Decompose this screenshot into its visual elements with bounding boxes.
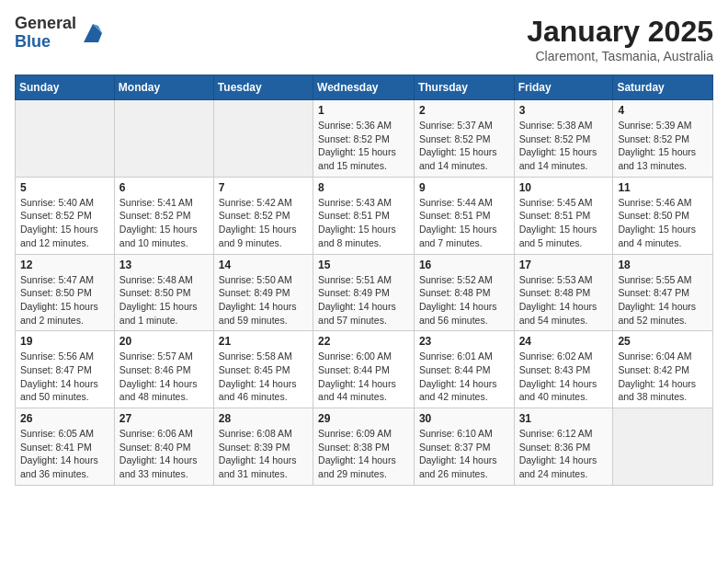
day-number: 21 — [219, 335, 308, 348]
calendar-week-2: 5Sunrise: 5:40 AMSunset: 8:52 PMDaylight… — [16, 177, 713, 254]
day-info: Sunrise: 5:47 AMSunset: 8:50 PMDaylight:… — [20, 273, 109, 327]
day-number: 23 — [419, 335, 509, 348]
calendar-cell: 28Sunrise: 6:08 AMSunset: 8:39 PMDayligh… — [213, 408, 313, 486]
day-info: Sunrise: 5:36 AMSunset: 8:52 PMDaylight:… — [318, 119, 409, 173]
day-number: 28 — [219, 412, 308, 425]
day-number: 29 — [318, 412, 409, 425]
page-header: General Blue January 2025 Claremont, Tas… — [15, 15, 713, 63]
day-info: Sunrise: 6:06 AMSunset: 8:40 PMDaylight:… — [119, 427, 209, 481]
day-info: Sunrise: 5:43 AMSunset: 8:51 PMDaylight:… — [318, 196, 409, 250]
day-number: 22 — [318, 335, 409, 348]
day-info: Sunrise: 5:57 AMSunset: 8:46 PMDaylight:… — [119, 350, 209, 404]
calendar-cell: 17Sunrise: 5:53 AMSunset: 8:48 PMDayligh… — [514, 254, 613, 331]
calendar-week-4: 19Sunrise: 5:56 AMSunset: 8:47 PMDayligh… — [16, 331, 713, 408]
calendar-cell: 5Sunrise: 5:40 AMSunset: 8:52 PMDaylight… — [16, 177, 115, 254]
calendar-body: 1Sunrise: 5:36 AMSunset: 8:52 PMDaylight… — [16, 100, 713, 486]
calendar-cell: 2Sunrise: 5:37 AMSunset: 8:52 PMDaylight… — [414, 100, 514, 178]
day-number: 6 — [119, 181, 209, 194]
calendar-week-5: 26Sunrise: 6:05 AMSunset: 8:41 PMDayligh… — [16, 408, 713, 486]
day-number: 19 — [20, 335, 109, 348]
col-tuesday: Tuesday — [213, 75, 313, 100]
day-number: 7 — [219, 181, 308, 194]
calendar-cell: 11Sunrise: 5:46 AMSunset: 8:50 PMDayligh… — [613, 177, 713, 254]
day-number: 20 — [119, 335, 209, 348]
day-info: Sunrise: 5:56 AMSunset: 8:47 PMDaylight:… — [20, 350, 109, 404]
col-sunday: Sunday — [16, 75, 115, 100]
calendar-cell: 21Sunrise: 5:58 AMSunset: 8:45 PMDayligh… — [213, 331, 313, 408]
day-number: 3 — [519, 104, 609, 117]
calendar-cell: 9Sunrise: 5:44 AMSunset: 8:51 PMDaylight… — [414, 177, 514, 254]
calendar-cell: 20Sunrise: 5:57 AMSunset: 8:46 PMDayligh… — [114, 331, 213, 408]
logo: General Blue — [15, 15, 106, 52]
day-info: Sunrise: 6:01 AMSunset: 8:44 PMDaylight:… — [419, 350, 509, 404]
day-info: Sunrise: 5:58 AMSunset: 8:45 PMDaylight:… — [219, 350, 308, 404]
day-info: Sunrise: 5:51 AMSunset: 8:49 PMDaylight:… — [318, 273, 409, 327]
day-info: Sunrise: 5:38 AMSunset: 8:52 PMDaylight:… — [519, 119, 609, 173]
day-info: Sunrise: 5:40 AMSunset: 8:52 PMDaylight:… — [20, 196, 109, 250]
logo-text: General Blue — [15, 15, 76, 52]
day-number: 31 — [519, 412, 609, 425]
title-section: January 2025 Claremont, Tasmania, Austra… — [527, 15, 713, 63]
day-info: Sunrise: 6:08 AMSunset: 8:39 PMDaylight:… — [219, 427, 308, 481]
calendar-week-3: 12Sunrise: 5:47 AMSunset: 8:50 PMDayligh… — [16, 254, 713, 331]
day-info: Sunrise: 6:09 AMSunset: 8:38 PMDaylight:… — [318, 427, 409, 481]
calendar-cell — [613, 408, 713, 486]
calendar-cell: 23Sunrise: 6:01 AMSunset: 8:44 PMDayligh… — [414, 331, 514, 408]
day-number: 14 — [219, 259, 308, 271]
day-info: Sunrise: 6:12 AMSunset: 8:36 PMDaylight:… — [519, 427, 609, 481]
day-info: Sunrise: 6:00 AMSunset: 8:44 PMDaylight:… — [318, 350, 409, 404]
day-info: Sunrise: 5:37 AMSunset: 8:52 PMDaylight:… — [419, 119, 509, 173]
subtitle: Claremont, Tasmania, Australia — [527, 49, 713, 63]
day-number: 24 — [519, 335, 609, 348]
calendar-cell: 16Sunrise: 5:52 AMSunset: 8:48 PMDayligh… — [414, 254, 514, 331]
header-row: Sunday Monday Tuesday Wednesday Thursday… — [16, 75, 713, 100]
day-info: Sunrise: 5:53 AMSunset: 8:48 PMDaylight:… — [519, 273, 609, 327]
day-number: 8 — [318, 181, 409, 194]
col-thursday: Thursday — [414, 75, 514, 100]
month-title: January 2025 — [527, 15, 713, 49]
calendar-cell: 18Sunrise: 5:55 AMSunset: 8:47 PMDayligh… — [613, 254, 713, 331]
day-number: 17 — [519, 259, 609, 271]
day-info: Sunrise: 6:04 AMSunset: 8:42 PMDaylight:… — [618, 350, 708, 404]
calendar-cell: 24Sunrise: 6:02 AMSunset: 8:43 PMDayligh… — [514, 331, 613, 408]
day-info: Sunrise: 5:55 AMSunset: 8:47 PMDaylight:… — [618, 273, 708, 327]
day-info: Sunrise: 5:52 AMSunset: 8:48 PMDaylight:… — [419, 273, 509, 327]
calendar-cell: 8Sunrise: 5:43 AMSunset: 8:51 PMDaylight… — [313, 177, 415, 254]
calendar-cell: 29Sunrise: 6:09 AMSunset: 8:38 PMDayligh… — [313, 408, 415, 486]
day-number: 2 — [419, 104, 509, 117]
day-info: Sunrise: 5:39 AMSunset: 8:52 PMDaylight:… — [618, 119, 708, 173]
calendar-cell: 30Sunrise: 6:10 AMSunset: 8:37 PMDayligh… — [414, 408, 514, 486]
calendar-cell: 14Sunrise: 5:50 AMSunset: 8:49 PMDayligh… — [213, 254, 313, 331]
logo-general: General — [15, 15, 76, 33]
calendar-cell — [213, 100, 313, 178]
day-info: Sunrise: 5:48 AMSunset: 8:50 PMDaylight:… — [119, 273, 209, 327]
calendar-cell — [114, 100, 213, 178]
svg-marker-0 — [84, 24, 102, 42]
calendar-cell: 12Sunrise: 5:47 AMSunset: 8:50 PMDayligh… — [16, 254, 115, 331]
calendar-cell: 22Sunrise: 6:00 AMSunset: 8:44 PMDayligh… — [313, 331, 415, 408]
calendar-cell: 6Sunrise: 5:41 AMSunset: 8:52 PMDaylight… — [114, 177, 213, 254]
day-number: 30 — [419, 412, 509, 425]
calendar-cell: 7Sunrise: 5:42 AMSunset: 8:52 PMDaylight… — [213, 177, 313, 254]
day-number: 25 — [618, 335, 708, 348]
calendar-cell: 26Sunrise: 6:05 AMSunset: 8:41 PMDayligh… — [16, 408, 115, 486]
col-wednesday: Wednesday — [313, 75, 415, 100]
calendar-header: Sunday Monday Tuesday Wednesday Thursday… — [16, 75, 713, 100]
day-number: 5 — [20, 181, 109, 194]
calendar-cell: 3Sunrise: 5:38 AMSunset: 8:52 PMDaylight… — [514, 100, 613, 178]
day-number: 15 — [318, 259, 409, 271]
day-number: 16 — [419, 259, 509, 271]
day-number: 18 — [618, 259, 708, 271]
day-info: Sunrise: 5:42 AMSunset: 8:52 PMDaylight:… — [219, 196, 308, 250]
day-info: Sunrise: 5:45 AMSunset: 8:51 PMDaylight:… — [519, 196, 609, 250]
day-info: Sunrise: 6:10 AMSunset: 8:37 PMDaylight:… — [419, 427, 509, 481]
col-friday: Friday — [514, 75, 613, 100]
day-info: Sunrise: 6:05 AMSunset: 8:41 PMDaylight:… — [20, 427, 109, 481]
day-info: Sunrise: 5:46 AMSunset: 8:50 PMDaylight:… — [618, 196, 708, 250]
calendar-table: Sunday Monday Tuesday Wednesday Thursday… — [15, 75, 713, 486]
day-number: 9 — [419, 181, 509, 194]
day-info: Sunrise: 5:50 AMSunset: 8:49 PMDaylight:… — [219, 273, 308, 327]
col-monday: Monday — [114, 75, 213, 100]
day-number: 27 — [119, 412, 209, 425]
day-info: Sunrise: 5:44 AMSunset: 8:51 PMDaylight:… — [419, 196, 509, 250]
